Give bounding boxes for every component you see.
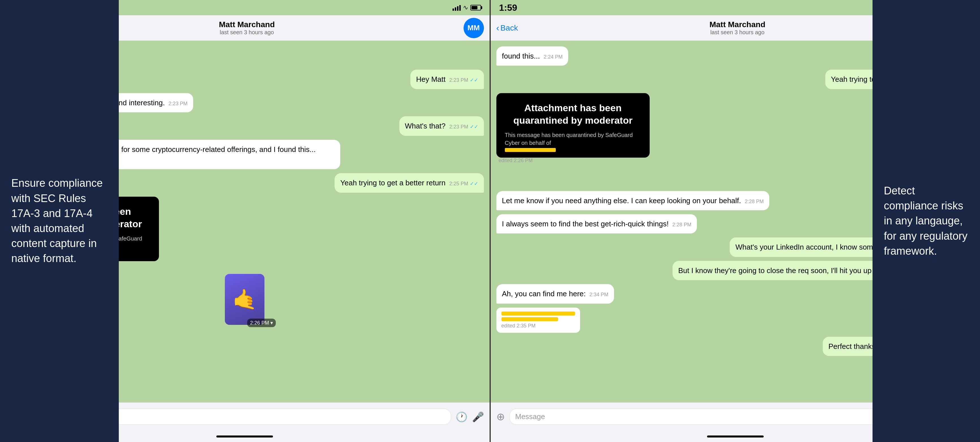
message-text: Ah, you can find me here: bbox=[502, 289, 586, 298]
signal-icon-left bbox=[452, 5, 461, 11]
quarantine-title-right: Attachment has been quarantined by moder… bbox=[505, 102, 641, 126]
avatar-left[interactable]: MM bbox=[463, 18, 484, 38]
status-icons-left: ∿ bbox=[452, 4, 481, 11]
message-time: 2:23 PM ✓✓ bbox=[449, 124, 478, 129]
message-time: 2:34 PM bbox=[589, 292, 608, 297]
message-bubble: What's that? 2:23 PM ✓✓ bbox=[399, 116, 484, 136]
battery-icon-left bbox=[470, 5, 481, 11]
link-bubble[interactable]: edited 2:35 PM bbox=[496, 308, 580, 333]
message-bubble: Ah, you can find me here: 2:34 PM bbox=[496, 284, 614, 303]
message-text: What's that? bbox=[405, 122, 446, 130]
home-bar-right bbox=[707, 436, 764, 437]
message-bubble: Yeah trying to get a better return 2:25 … bbox=[334, 173, 484, 192]
attach-icon-right[interactable]: ⊕ bbox=[496, 411, 505, 423]
message-time: 2:28 PM bbox=[745, 199, 764, 204]
right-compliance-panel: Detect compliance risks in any langauge,… bbox=[872, 0, 980, 442]
back-label-right: Back bbox=[500, 24, 518, 32]
message-text: I always seem to find the best get-rich-… bbox=[502, 220, 669, 228]
home-bar-left bbox=[216, 436, 273, 437]
clock-icon-left[interactable]: 🕐 bbox=[456, 411, 468, 423]
quarantine-sub-right: This message has been quarantined by Saf… bbox=[505, 131, 641, 152]
message-time: 2:28 PM bbox=[672, 222, 691, 228]
back-button-right[interactable]: ‹ Back bbox=[496, 22, 518, 33]
mic-icon-left[interactable]: 🎤 bbox=[472, 411, 484, 423]
left-compliance-panel: Ensure compliance with SEC Rules 17A-3 a… bbox=[0, 0, 119, 442]
quarantine-bubble-right: Attachment has been quarantined by moder… bbox=[496, 93, 650, 158]
back-chevron-right: ‹ bbox=[496, 22, 500, 33]
sticker-image: 🤙 bbox=[225, 274, 264, 325]
left-panel-text: Ensure compliance with SEC Rules 17A-3 a… bbox=[11, 176, 108, 266]
message-text: Let me know if you need anything else. I… bbox=[502, 196, 741, 205]
message-bubble: found this... 2:24 PM bbox=[496, 46, 568, 65]
message-text: Yeah trying to get a better return bbox=[340, 179, 445, 187]
message-time: 2:24 PM bbox=[544, 54, 563, 60]
message-bubble: Let me know if you need anything else. I… bbox=[496, 191, 770, 210]
right-panel-text: Detect compliance risks in any langauge,… bbox=[884, 184, 969, 258]
wifi-icon-left: ∿ bbox=[463, 4, 468, 11]
message-time: 2:23 PM ✓✓ bbox=[449, 77, 478, 83]
message-text: found this... bbox=[502, 52, 540, 60]
message-bubble: Hey Matt 2:23 PM ✓✓ bbox=[410, 70, 484, 89]
message-time: 2:25 PM ✓✓ bbox=[449, 181, 478, 187]
message-time: 2:23 PM bbox=[169, 101, 188, 106]
sticker-time: 2:26 PM ▾ bbox=[247, 319, 276, 327]
message-input-placeholder-right: Message bbox=[515, 412, 545, 421]
status-time-right: 1:59 bbox=[499, 3, 517, 13]
message-text: Hey Matt bbox=[416, 75, 445, 83]
quarantine-edited-time-right: edited 2:26 PM bbox=[499, 158, 533, 163]
link-time: edited 2:35 PM bbox=[501, 323, 575, 329]
message-bubble: I always seem to find the best get-rich-… bbox=[496, 214, 697, 233]
